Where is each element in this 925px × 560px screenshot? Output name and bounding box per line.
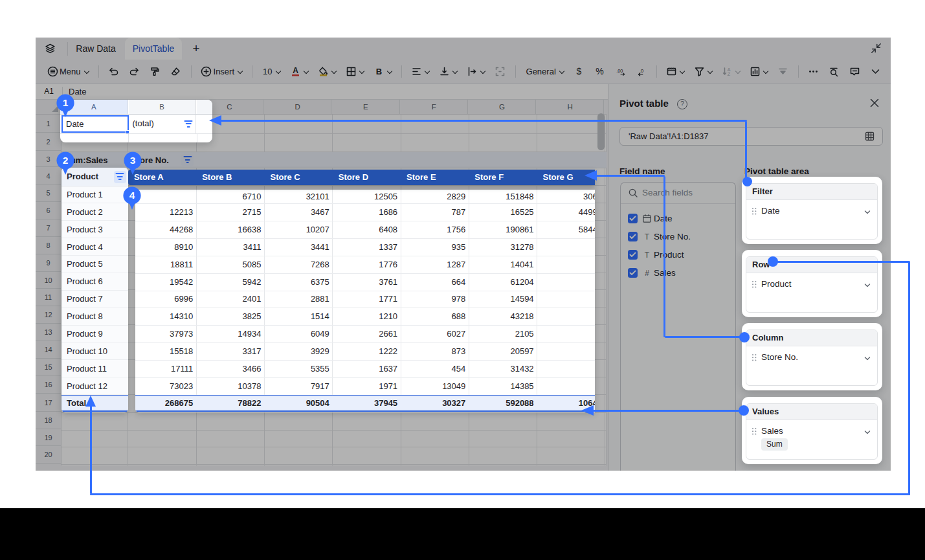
pivot-value-cell[interactable]: 6049 [264,325,332,342]
pivot-value-cell[interactable]: 6996 [135,291,196,308]
pivot-value-cell[interactable]: 2715 [196,203,264,221]
pivot-value-cell[interactable]: 190861 [469,221,537,238]
pivot-value-cell[interactable]: 17111 [135,360,196,377]
pivot-value-cell[interactable]: 3467 [264,203,332,221]
pivot-value-cell[interactable]: 8910 [135,238,196,256]
pivot-value-cell[interactable]: 12505 [332,190,400,204]
pivot-value-cell[interactable]: 16525 [469,203,537,221]
row-label-cell[interactable]: Product 12 [61,377,128,395]
pivot-value-cell[interactable]: 6375 [264,273,332,291]
pivot-value-cell[interactable]: 61204 [469,273,537,291]
pivot-value-cell[interactable]: 935 [401,238,469,256]
pivot-value-cell[interactable]: 3062 [537,190,594,204]
pivot-value-cell[interactable]: 37973 [135,325,196,342]
pivot-value-cell[interactable]: 454 [401,360,469,377]
pivot-value-cell[interactable] [537,342,594,360]
chevron-down-icon[interactable] [864,427,871,435]
chevron-down-icon[interactable] [864,280,871,288]
pivot-value-cell[interactable]: 31278 [469,238,537,256]
row-label-cell[interactable]: Product 8 [61,308,128,326]
pivot-value-cell[interactable]: 30327 [401,396,469,411]
pivot-column-header[interactable]: Store B [202,170,232,185]
pivot-value-cell[interactable]: 3441 [264,238,332,256]
pivot-value-cell[interactable]: 32101 [264,190,332,204]
pivot-value-cell[interactable] [537,291,594,308]
zone-field-date[interactable]: Date [746,203,877,219]
pivot-column-header[interactable]: Store C [271,170,300,185]
row-label-cell[interactable]: Product 11 [61,360,128,377]
pivot-value-cell[interactable]: 151848 [469,190,537,204]
column-header-b[interactable]: B [129,100,196,115]
pivot-column-header[interactable]: Store E [407,170,436,185]
pivot-value-cell[interactable]: 44268 [135,221,196,238]
pivot-value-cell[interactable]: 1756 [401,221,469,238]
pivot-value-cell[interactable] [537,238,594,256]
pivot-value-cell[interactable]: 10378 [196,377,264,395]
row-label-cell[interactable]: Product 6 [61,273,128,291]
pivot-value-cell[interactable]: 19542 [135,273,196,291]
pivot-value-cell[interactable]: 1971 [332,377,400,395]
pivot-value-cell[interactable]: 10207 [264,221,332,238]
pivot-value-cell[interactable]: 2829 [401,190,469,204]
row-label-cell[interactable]: Product 9 [61,326,128,343]
pivot-value-cell[interactable]: 31432 [469,360,537,377]
row-label-cell[interactable]: Product 5 [61,256,128,273]
pivot-value-cell[interactable]: 5942 [196,273,264,291]
pivot-value-cell[interactable] [537,325,594,342]
pivot-value-cell[interactable]: 688 [401,308,469,325]
pivot-value-cell[interactable]: 14041 [469,256,537,273]
row-label-cell[interactable]: Product 3 [61,221,128,238]
pivot-value-cell[interactable]: 6027 [401,325,469,342]
pivot-value-cell[interactable]: 873 [401,342,469,360]
pivot-column-header[interactable]: Store D [339,170,368,185]
pivot-value-cell[interactable]: 787 [401,203,469,221]
pivot-value-cell[interactable]: 73023 [135,377,196,395]
pivot-value-cell[interactable]: 1771 [332,291,400,308]
row-label-cell[interactable]: Product 1 [61,186,128,204]
zone-field-sales[interactable]: Sales [746,423,877,440]
pivot-value-cell[interactable]: 664 [401,273,469,291]
row-label-cell[interactable]: Product 2 [61,203,128,221]
pivot-value-cell[interactable]: 20597 [469,342,537,360]
pivot-value-cell[interactable]: 14310 [135,308,196,325]
row-label-cell[interactable]: Product 10 [61,342,128,360]
pivot-value-cell[interactable]: 1337 [332,238,400,256]
cell-b1-filter-value[interactable]: (total) [128,115,196,133]
pivot-value-cell[interactable]: 1514 [264,308,332,325]
pivot-value-cell[interactable]: 3761 [332,273,400,291]
pivot-value-cell[interactable]: 6710 [196,190,264,204]
pivot-value-cell[interactable]: 3929 [264,342,332,360]
pivot-value-cell[interactable]: 3825 [196,308,264,325]
pivot-filter-dropdown-icon[interactable] [183,118,195,130]
pivot-value-cell[interactable]: 12213 [135,203,196,221]
pivot-value-cell[interactable]: 44991 [537,203,594,221]
chevron-down-icon[interactable] [864,353,871,361]
aggregation-chip[interactable]: Sum [761,438,788,451]
row-label-cell[interactable]: Product 4 [61,238,128,256]
pivot-value-cell[interactable]: 3411 [196,238,264,256]
pivot-value-cell[interactable]: 6408 [332,221,400,238]
row-label-cell[interactable]: Product 7 [61,291,128,308]
pivot-value-cell[interactable]: 1686 [332,203,400,221]
pivot-value-cell[interactable]: 5085 [196,256,264,273]
pivot-value-cell[interactable]: 15518 [135,342,196,360]
zone-field-product[interactable]: Product [746,276,877,293]
pivot-value-cell[interactable] [537,360,594,377]
pivot-value-cell[interactable]: 268675 [135,396,196,411]
pivot-value-cell[interactable]: 2401 [196,291,264,308]
pivot-value-cell[interactable]: 13049 [401,377,469,395]
pivot-value-cell[interactable]: 7917 [264,377,332,395]
pivot-value-cell[interactable]: 3317 [196,342,264,360]
pivot-value-cell[interactable]: 58446 [537,221,594,238]
pivot-value-cell[interactable]: 592088 [469,396,537,411]
pivot-value-cell[interactable]: 43218 [469,308,537,325]
pivot-value-cell[interactable]: 1776 [332,256,400,273]
pivot-value-cell[interactable]: 1287 [401,256,469,273]
pivot-value-cell[interactable] [537,256,594,273]
pivot-value-cell[interactable]: 7268 [264,256,332,273]
pivot-value-cell[interactable]: 978 [401,291,469,308]
pivot-value-cell[interactable] [537,308,594,325]
pivot-value-cell[interactable]: 14934 [196,325,264,342]
pivot-value-cell[interactable] [537,377,594,395]
pivot-value-cell[interactable]: 2661 [332,325,400,342]
